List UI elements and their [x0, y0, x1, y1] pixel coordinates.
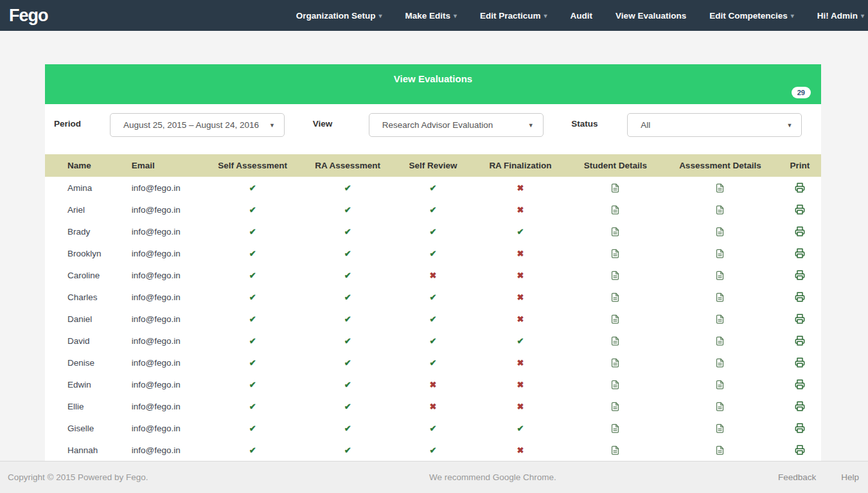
nav-item-label: View Evaluations: [616, 11, 686, 21]
self-review-status: ✔: [394, 220, 472, 242]
student-details-icon[interactable]: [610, 402, 620, 411]
nav-item-label: Organization Setup: [296, 11, 376, 21]
column-header-ra-finalization: RA Finalization: [472, 154, 569, 177]
print-icon[interactable]: [795, 445, 805, 455]
print-icon[interactable]: [795, 401, 805, 411]
column-header-name: Name: [45, 154, 119, 177]
student-name: Edwin: [45, 373, 119, 395]
evaluations-table: Name Email Self Assessment RA Assessment…: [45, 154, 821, 461]
student-name: Giselle: [45, 417, 119, 439]
print-icon[interactable]: [795, 204, 805, 215]
chevron-down-icon: ▾: [544, 12, 547, 19]
table-row: Hannah info@fego.in ✔ ✔ ✔ ✖: [45, 439, 821, 461]
evaluations-tbody: Amina info@fego.in ✔ ✔ ✔ ✖: [45, 177, 821, 461]
student-details-icon[interactable]: [610, 358, 620, 368]
student-details-icon[interactable]: [610, 424, 620, 433]
student-name: Hannah: [45, 439, 119, 461]
student-details-icon[interactable]: [610, 380, 620, 390]
print-icon[interactable]: [795, 270, 805, 280]
print-icon[interactable]: [795, 423, 805, 433]
page-title: View Evaluations: [45, 64, 821, 84]
self-review-status: ✔: [394, 352, 472, 373]
student-name: Amina: [45, 177, 119, 199]
self-review-status: ✔: [394, 308, 472, 330]
assessment-details-icon[interactable]: [715, 402, 725, 411]
assessment-details-icon[interactable]: [715, 445, 725, 455]
print-icon[interactable]: [795, 314, 805, 324]
assessment-details-icon[interactable]: [715, 424, 725, 433]
dropdown-caret-icon: ▼: [269, 122, 275, 129]
ra-assessment-status: ✔: [301, 220, 394, 242]
student-email: info@fego.in: [119, 242, 204, 264]
student-details-icon[interactable]: [610, 183, 620, 193]
assessment-details-icon[interactable]: [715, 292, 725, 302]
print-icon[interactable]: [795, 183, 805, 193]
assessment-details-icon[interactable]: [715, 380, 725, 390]
print-icon[interactable]: [795, 336, 805, 346]
print-icon[interactable]: [795, 357, 805, 368]
assessment-details-icon[interactable]: [715, 205, 725, 215]
assessment-details-icon[interactable]: [715, 336, 725, 346]
print-icon[interactable]: [795, 379, 805, 390]
self-review-status: ✔: [394, 242, 472, 264]
nav-item-edit-competencies[interactable]: Edit Competencies ▾: [698, 0, 806, 31]
student-name: Daniel: [45, 308, 119, 330]
student-details-icon[interactable]: [610, 227, 620, 237]
student-details-icon[interactable]: [610, 336, 620, 346]
column-header-student-details: Student Details: [569, 154, 662, 177]
student-name: Charles: [45, 286, 119, 308]
view-label: View: [304, 113, 369, 129]
nav-item-organization-setup[interactable]: Organization Setup ▾: [285, 0, 394, 31]
student-details-icon[interactable]: [610, 205, 620, 215]
student-details-icon[interactable]: [610, 314, 620, 324]
student-name: Ariel: [45, 199, 119, 220]
ra-finalization-status: ✖: [472, 199, 569, 220]
self-assessment-status: ✔: [204, 352, 301, 373]
student-email: info@fego.in: [119, 352, 204, 373]
student-details-icon[interactable]: [610, 292, 620, 302]
assessment-details-icon[interactable]: [715, 227, 725, 237]
period-select[interactable]: August 25, 2015 – August 24, 2016 ▼: [110, 113, 285, 137]
student-email: info@fego.in: [119, 373, 204, 395]
student-email: info@fego.in: [119, 395, 204, 417]
view-select-value: Research Advisor Evaluation: [382, 120, 493, 130]
help-link[interactable]: Help: [841, 472, 859, 482]
brand-logo[interactable]: Fego: [5, 6, 52, 26]
table-row: Charles info@fego.in ✔ ✔ ✔ ✖: [45, 286, 821, 308]
assessment-details-icon[interactable]: [715, 358, 725, 368]
student-details-icon[interactable]: [610, 249, 620, 258]
chevron-down-icon: ▾: [791, 12, 794, 19]
self-assessment-status: ✔: [204, 439, 301, 461]
student-name: Ellie: [45, 395, 119, 417]
print-icon[interactable]: [795, 248, 805, 258]
assessment-details-icon[interactable]: [715, 183, 725, 193]
student-details-icon[interactable]: [610, 271, 620, 280]
ra-assessment-status: ✔: [301, 417, 394, 439]
nav-item-edit-practicum[interactable]: Edit Practicum ▾: [468, 0, 559, 31]
status-filter-group: Status All ▼: [562, 113, 821, 137]
nav-item-admin-account[interactable]: Hi! Admin ▾: [806, 0, 867, 31]
student-name: Brooklyn: [45, 242, 119, 264]
nav-item-make-edits[interactable]: Make Edits ▾: [393, 0, 468, 31]
feedback-link[interactable]: Feedback: [778, 472, 816, 482]
status-select-value: All: [641, 120, 650, 130]
assessment-details-icon[interactable]: [715, 314, 725, 324]
ra-finalization-status: ✔: [472, 220, 569, 242]
nav-item-view-evaluations[interactable]: View Evaluations: [604, 0, 698, 31]
status-select[interactable]: All ▼: [627, 113, 802, 137]
top-navbar: Fego Organization Setup ▾ Make Edits ▾ E…: [0, 0, 868, 31]
view-select[interactable]: Research Advisor Evaluation ▼: [369, 113, 544, 137]
assessment-details-icon[interactable]: [715, 271, 725, 280]
student-name: Denise: [45, 352, 119, 373]
ra-finalization-status: ✖: [472, 177, 569, 199]
print-icon[interactable]: [795, 226, 805, 237]
table-row: Ellie info@fego.in ✔ ✔ ✖ ✖: [45, 395, 821, 417]
assessment-details-icon[interactable]: [715, 249, 725, 258]
ra-assessment-status: ✔: [301, 264, 394, 286]
nav-item-audit[interactable]: Audit: [559, 0, 605, 31]
self-review-status: ✔: [394, 177, 472, 199]
student-details-icon[interactable]: [610, 445, 620, 455]
print-icon[interactable]: [795, 292, 805, 302]
ra-finalization-status: ✔: [472, 417, 569, 439]
page-footer: Copyright © 2015 Powered by Fego. We rec…: [0, 461, 868, 493]
